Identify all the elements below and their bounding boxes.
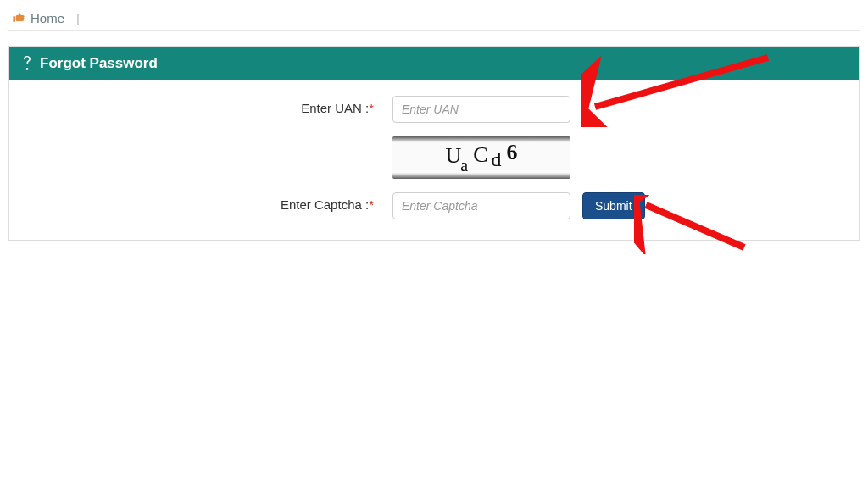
captcha-text: UaCd6 <box>445 145 517 170</box>
uan-label: Enter UAN :* <box>28 96 392 121</box>
required-asterisk: * <box>369 101 374 115</box>
uan-input[interactable] <box>392 96 570 123</box>
captcha-label: Enter Captcha :* <box>28 192 392 218</box>
panel-title: Forgot Password <box>40 55 158 72</box>
hand-point-right-icon <box>12 12 25 25</box>
submit-button[interactable]: Submit <box>582 192 645 219</box>
panel-body: Enter UAN :* UaCd6 Enter <box>9 80 859 240</box>
breadcrumb-home-link[interactable]: Home <box>31 11 64 25</box>
breadcrumb-separator: | <box>76 11 80 25</box>
panel-header: Forgot Password <box>9 47 859 80</box>
captcha-image: UaCd6 <box>392 136 570 179</box>
forgot-password-panel: Forgot Password Enter UAN :* UaCd6 <box>8 46 860 241</box>
breadcrumb: Home | <box>8 7 860 30</box>
question-icon <box>21 56 33 71</box>
captcha-input[interactable] <box>392 192 570 219</box>
required-asterisk: * <box>369 197 374 212</box>
